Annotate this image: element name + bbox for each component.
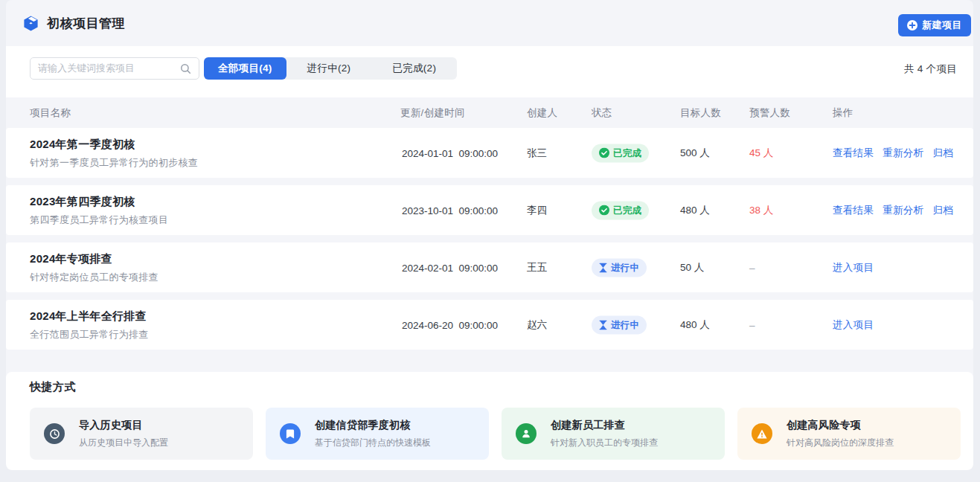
archive-link[interactable]: 归档 (932, 147, 953, 160)
status-badge: 进行中 (592, 258, 647, 277)
target-count-cell: 500 人 (680, 147, 710, 160)
status-label: 进行中 (611, 318, 639, 331)
shortcut-description: 从历史项目中导入配置 (79, 437, 168, 449)
operations-cell: 查看结果 重新分析 归档 (833, 204, 953, 217)
table-row: 2024年第一季度初核 针对第一季度员工异常行为的初步核查 2024-01-01… (6, 128, 973, 178)
time-cell: 2024-01-01 09:00:00 (402, 147, 498, 158)
shortcut-description: 针对新入职员工的专项排查 (551, 437, 658, 449)
history-icon (44, 423, 65, 444)
target-count-cell: 480 人 (680, 204, 710, 217)
operations-cell: 查看结果 重新分析 归档 (833, 147, 953, 160)
column-status: 状态 (592, 106, 612, 120)
project-name-cell: 2024年第一季度初核 针对第一季度员工异常行为的初步核查 (30, 137, 198, 169)
column-time: 更新/创建时间 (400, 106, 465, 120)
shortcut-title: 创建高风险专项 (787, 419, 894, 432)
table-row: 2024年专项排查 针对特定岗位员工的专项排查 2024-02-01 09:00… (6, 242, 973, 292)
shortcuts-panel: 快捷方式 导入历史项目 从历史项目中导入配置 (6, 372, 973, 470)
target-count-cell: 50 人 (680, 261, 704, 274)
operations-cell: 进入项目 (833, 318, 874, 332)
project-title: 2024年第一季度初核 (30, 137, 198, 151)
user-icon (516, 423, 537, 444)
reanalyze-link[interactable]: 重新分析 (883, 147, 923, 160)
view-results-link[interactable]: 查看结果 (833, 204, 874, 217)
shortcut-import-history[interactable]: 导入历史项目 从历史项目中导入配置 (30, 408, 253, 460)
new-project-label: 新建项目 (922, 19, 962, 32)
filter-tabs: 全部项目(4) 进行中(2) 已完成(2) (204, 57, 457, 80)
shortcut-description: 针对高风险岗位的深度排查 (787, 437, 894, 449)
bookmark-icon (280, 423, 301, 444)
project-name-cell: 2024年专项排查 针对特定岗位员工的专项排查 (30, 251, 158, 283)
creator-cell: 赵六 (527, 318, 547, 332)
warning-count-cell: 38 人 (749, 204, 773, 217)
main-card: 初核项目管理 新建项目 请输入关键词搜索项目 全部项目(4) 进行中(2) 已完… (6, 0, 973, 470)
status-cell: 已完成 (592, 144, 649, 162)
project-management-page: 初核项目管理 新建项目 请输入关键词搜索项目 全部项目(4) 进行中(2) 已完… (0, 0, 980, 482)
project-description: 第四季度员工异常行为核查项目 (30, 213, 168, 226)
shortcut-title: 导入历史项目 (79, 419, 168, 432)
warning-count-cell: 45 人 (749, 147, 773, 160)
warning-count-cell: – (749, 319, 755, 330)
status-label: 已完成 (613, 147, 641, 159)
time-cell: 2023-10-01 09:00:00 (402, 205, 498, 216)
operations-cell: 进入项目 (833, 261, 874, 274)
creator-cell: 张三 (527, 147, 547, 160)
column-target-count: 目标人数 (680, 106, 721, 120)
status-label: 已完成 (613, 204, 641, 216)
status-badge: 已完成 (592, 201, 649, 219)
status-badge: 已完成 (592, 144, 649, 162)
tab-completed[interactable]: 已完成(2) (371, 57, 457, 80)
search-icon (180, 63, 191, 74)
enter-project-link[interactable]: 进入项目 (833, 261, 874, 274)
column-warning-count: 预警人数 (749, 106, 790, 120)
project-description: 针对第一季度员工异常行为的初步核查 (30, 155, 198, 169)
table-row: 2023年第四季度初核 第四季度员工异常行为核查项目 2023-10-01 09… (6, 185, 973, 235)
table-header: 项目名称 更新/创建时间 创建人 状态 目标人数 预警人数 操作 (6, 97, 973, 128)
project-description: 全行范围员工异常行为排查 (30, 327, 149, 341)
project-title: 2023年第四季度初核 (30, 194, 168, 208)
column-operations: 操作 (833, 106, 854, 120)
new-project-button[interactable]: 新建项目 (898, 14, 971, 36)
project-name-cell: 2024年上半年全行排查 全行范围员工异常行为排查 (30, 309, 149, 341)
enter-project-link[interactable]: 进入项目 (833, 318, 874, 332)
status-label: 进行中 (611, 261, 639, 274)
shortcut-high-risk[interactable]: 创建高风险专项 针对高风险岗位的深度排查 (737, 408, 961, 460)
shortcut-description: 基于信贷部门特点的快速模板 (315, 437, 431, 449)
warning-icon (752, 423, 772, 444)
project-name-cell: 2023年第四季度初核 第四季度员工异常行为核查项目 (30, 194, 168, 226)
reanalyze-link[interactable]: 重新分析 (883, 204, 923, 217)
page-header: 初核项目管理 (22, 15, 125, 32)
time-cell: 2024-06-20 09:00:00 (402, 319, 498, 330)
table-row: 2024年上半年全行排查 全行范围员工异常行为排查 2024-06-20 09:… (6, 300, 973, 350)
warning-count-cell: – (749, 262, 755, 273)
total-count-label: 共 4 个项目 (904, 46, 957, 92)
target-count-cell: 480 人 (680, 318, 710, 332)
shortcut-credit-dept[interactable]: 创建信贷部季度初核 基于信贷部门特点的快速模板 (266, 408, 489, 460)
hourglass-icon (599, 263, 607, 272)
page-title: 初核项目管理 (47, 15, 125, 32)
search-input[interactable]: 请输入关键词搜索项目 (30, 57, 199, 80)
status-cell: 进行中 (592, 315, 647, 334)
status-cell: 进行中 (592, 258, 647, 277)
plus-icon (907, 20, 917, 30)
search-placeholder: 请输入关键词搜索项目 (38, 62, 135, 75)
creator-cell: 王五 (527, 261, 547, 274)
status-badge: 进行中 (592, 315, 647, 334)
column-project-name: 项目名称 (30, 106, 71, 120)
creator-cell: 李四 (527, 204, 547, 217)
shortcuts-title: 快捷方式 (30, 380, 76, 394)
project-title: 2024年专项排查 (30, 251, 158, 266)
shortcut-title: 创建信贷部季度初核 (315, 419, 431, 432)
project-title: 2024年上半年全行排查 (30, 309, 149, 323)
archive-link[interactable]: 归档 (932, 204, 953, 217)
shortcut-new-employee[interactable]: 创建新员工排查 针对新入职员工的专项排查 (502, 408, 725, 460)
shortcut-title: 创建新员工排查 (551, 419, 658, 432)
tab-in-progress[interactable]: 进行中(2) (286, 57, 372, 80)
column-creator: 创建人 (527, 106, 557, 120)
cube-icon (22, 15, 39, 32)
hourglass-icon (599, 320, 607, 330)
time-cell: 2024-02-01 09:00:00 (402, 262, 498, 273)
view-results-link[interactable]: 查看结果 (833, 147, 874, 160)
check-circle-icon (599, 205, 609, 216)
tab-all-projects[interactable]: 全部项目(4) (204, 57, 286, 80)
status-cell: 已完成 (592, 201, 649, 219)
